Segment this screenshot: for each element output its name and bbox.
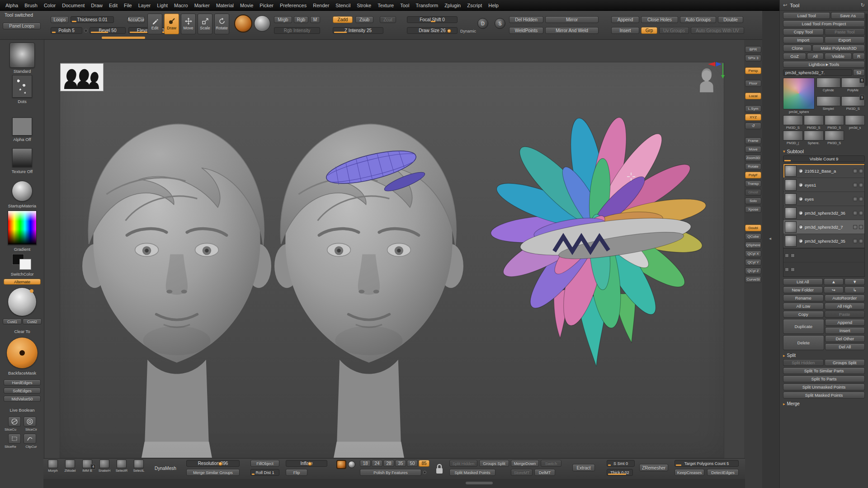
soft-edges-button[interactable]: SoftEdges bbox=[4, 388, 41, 394]
tool-thumbnail-cell[interactable]: Sphere. bbox=[804, 131, 824, 145]
subtool-row[interactable]: 210512_Base_a bbox=[783, 164, 864, 178]
roll-dist-slider[interactable]: Roll Dist 1 bbox=[250, 469, 279, 476]
shelf-button[interactable]: QCube bbox=[745, 233, 761, 240]
polypaint-icon[interactable] bbox=[853, 211, 857, 215]
brush-slot[interactable]: Morph bbox=[45, 460, 61, 473]
dynamesh-label[interactable]: DynaMesh bbox=[155, 466, 176, 471]
shelf-button[interactable]: L.Sym bbox=[745, 105, 761, 112]
dots-stroke-toggle-s[interactable]: S bbox=[495, 18, 505, 29]
subtool-row[interactable]: pm3d_sphere3d2_35 bbox=[783, 234, 864, 248]
m-button[interactable]: M bbox=[310, 16, 320, 23]
slice-rect-button[interactable] bbox=[8, 434, 21, 444]
target-polygons-slider[interactable]: Target Polygons Count 5 bbox=[675, 460, 739, 467]
menu-item[interactable]: Preferences bbox=[279, 2, 307, 9]
menu-item[interactable]: Macro bbox=[173, 2, 189, 9]
fill-object-button[interactable]: FillObject bbox=[250, 460, 279, 467]
menu-item[interactable]: Layer bbox=[137, 2, 152, 9]
move-mode-button[interactable]: Move bbox=[181, 14, 196, 34]
copy-tool-button[interactable]: Copy Tool bbox=[783, 28, 824, 35]
make-polymesh3d-button[interactable]: Make PolyMesh3D bbox=[812, 45, 865, 52]
brush-slot[interactable]: SelectR bbox=[114, 460, 129, 473]
mid-value-button[interactable]: MidValue50 bbox=[4, 396, 41, 402]
list-all-button[interactable]: List All bbox=[783, 278, 823, 285]
color-picker[interactable] bbox=[8, 211, 37, 245]
weldpoints-button[interactable]: WeldPoints bbox=[509, 27, 543, 34]
menu-item[interactable]: Color bbox=[43, 2, 57, 9]
keep-creases-button[interactable]: KeepCreases bbox=[675, 469, 704, 476]
rgb-button[interactable]: Rgb bbox=[294, 16, 308, 23]
camera-axis-gizmo[interactable] bbox=[695, 61, 727, 96]
tool-thumbnail-cell[interactable]: pm3d_s bbox=[845, 115, 865, 130]
split-action-button[interactable]: Split Unmasked Points bbox=[783, 384, 865, 390]
shelf-button[interactable]: PolyF bbox=[745, 172, 761, 178]
hard-edges-button[interactable]: HardEdges bbox=[4, 380, 41, 385]
visibility-eye-icon[interactable] bbox=[798, 239, 803, 243]
del-other-button[interactable]: Del Other bbox=[825, 335, 865, 342]
move-out-folder-button[interactable]: ↳ bbox=[844, 286, 865, 293]
subtool-row[interactable]: eyes1 bbox=[783, 178, 864, 192]
visible-count-slider[interactable]: Visible Count 9 bbox=[783, 155, 865, 162]
clip-curve-button[interactable] bbox=[24, 434, 36, 444]
rename-button[interactable]: Rename bbox=[783, 295, 824, 301]
active-material-thumbnail[interactable] bbox=[254, 15, 270, 32]
uv-icon[interactable] bbox=[859, 183, 863, 187]
menu-item[interactable]: Document bbox=[61, 2, 85, 9]
shelf-button[interactable]: Persp bbox=[745, 67, 761, 74]
shelf-button[interactable]: ↺ bbox=[745, 122, 761, 129]
duplicate-button[interactable]: Duplicate bbox=[783, 319, 824, 334]
menu-item[interactable]: Zplugin bbox=[443, 2, 462, 9]
menu-item[interactable]: Material bbox=[215, 2, 235, 9]
store-mt-button[interactable]: StoreMT bbox=[511, 469, 533, 476]
split-action-button[interactable]: Split To Parts bbox=[783, 375, 865, 382]
uv-groups-button[interactable]: Uv Groups bbox=[659, 27, 689, 34]
mirror-button[interactable]: Mirror bbox=[545, 16, 599, 23]
visibility-eye-icon[interactable] bbox=[798, 211, 803, 215]
zremesher-button[interactable]: ZRemesher bbox=[639, 464, 668, 471]
panel-scrollbar[interactable] bbox=[865, 14, 868, 86]
autoreorder-button[interactable]: AutoReorder bbox=[825, 295, 865, 301]
export-button[interactable]: Export bbox=[825, 37, 865, 43]
polygroup-number-button[interactable]: 85 bbox=[419, 460, 429, 467]
goz-visible-button[interactable]: Visible bbox=[825, 53, 852, 60]
menu-item[interactable]: Zscript bbox=[466, 2, 483, 9]
zsub-button[interactable]: Zsub bbox=[355, 16, 373, 23]
brush-slot[interactable]: SelectL bbox=[131, 460, 146, 473]
shelf-button[interactable]: SPix 3 bbox=[745, 55, 761, 61]
shelf-button[interactable]: Ghost bbox=[745, 189, 761, 196]
draw-mode-button[interactable]: Draw bbox=[164, 14, 179, 34]
groups-split-button[interactable]: Groups Split bbox=[825, 359, 865, 366]
zadd-button[interactable]: Zadd bbox=[333, 16, 353, 23]
tool-thumbnail-cell[interactable]: PM3D_S bbox=[825, 131, 844, 145]
edit-mode-button[interactable]: Edit bbox=[147, 14, 162, 34]
z-intensity-slider[interactable]: Z Intensity 25 bbox=[333, 27, 383, 34]
del-hidden-button[interactable]: Del Hidden bbox=[509, 16, 543, 23]
active-brush-thumbnail[interactable] bbox=[234, 14, 252, 33]
horizontal-scrollbar[interactable] bbox=[466, 482, 493, 484]
menu-item[interactable]: Stroke bbox=[356, 2, 372, 9]
polypaint-icon[interactable] bbox=[853, 197, 857, 201]
lock-button[interactable] bbox=[435, 462, 444, 476]
double-button[interactable]: Double bbox=[718, 16, 743, 23]
merge-similar-groups-button[interactable]: Merge Similar Groups bbox=[186, 469, 240, 476]
focal-shift-slider[interactable]: Focal Shift 0 bbox=[407, 16, 458, 23]
tool-thumbnail-cell[interactable]: PM3D_( bbox=[783, 131, 803, 145]
append-button[interactable]: Append bbox=[611, 16, 639, 23]
insert-button[interactable]: Insert bbox=[611, 27, 639, 34]
menu-item[interactable]: Light bbox=[156, 2, 169, 9]
auto-groups-button[interactable]: Auto Groups bbox=[680, 16, 716, 23]
load-tool-button[interactable]: Load Tool bbox=[783, 12, 830, 19]
mrgb-button[interactable]: Mrgb bbox=[274, 16, 292, 23]
clone-button[interactable]: Clone bbox=[783, 45, 811, 52]
shelf-button[interactable]: Local bbox=[745, 93, 761, 99]
brush-slot[interactable]: ZModel bbox=[62, 460, 78, 473]
panel-collapse-arrow[interactable]: ◂ bbox=[769, 236, 771, 241]
menu-item[interactable]: Tool bbox=[399, 2, 410, 9]
all-high-button[interactable]: All High bbox=[825, 303, 865, 310]
extract-button[interactable]: Extract bbox=[572, 464, 595, 471]
doc-preview-thumbnail[interactable] bbox=[60, 63, 104, 91]
groups-split-bottom-button[interactable]: Groups Split bbox=[479, 460, 509, 467]
scale-mode-button[interactable]: Scale bbox=[198, 14, 212, 34]
lightbox-tools-button[interactable]: Lightbox►Tools bbox=[783, 61, 865, 68]
shelf-button[interactable]: BPR bbox=[745, 46, 761, 53]
polish-slider[interactable]: Polish 5 bbox=[51, 27, 82, 34]
